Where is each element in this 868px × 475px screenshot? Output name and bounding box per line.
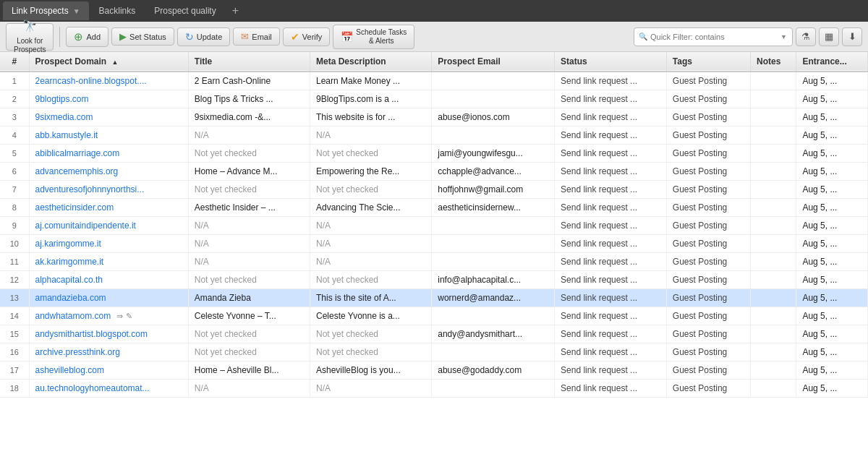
cell-num: 3 — [0, 108, 29, 127]
table-row[interactable]: 6 advancememphis.org Home – Advance M...… — [0, 163, 868, 181]
domain-link[interactable]: 2earncash-online.blogspot.... — [35, 76, 147, 86]
table-row[interactable]: 5 abiblicalmarriage.com Not yet checked … — [0, 145, 868, 163]
col-header-status[interactable]: Status — [555, 52, 667, 72]
col-header-email[interactable]: Prospect Email — [432, 52, 555, 72]
table-row[interactable]: 2 9blogtips.com Blog Tips & Tricks ... 9… — [0, 90, 868, 108]
domain-link[interactable]: andwhatamom.com — [35, 311, 111, 321]
table-row[interactable]: 15 andysmithartist.blogspot.com Not yet … — [0, 325, 868, 343]
tab-prospect-quality[interactable]: Prospect quality — [145, 1, 224, 20]
cell-email — [432, 380, 555, 398]
plus-circle-icon: ⊕ — [74, 30, 83, 43]
table-row[interactable]: 7 adventuresofjohnnynorthsi... Not yet c… — [0, 181, 868, 199]
cell-email — [432, 253, 555, 271]
table-row[interactable]: 17 ashevilleblog.com Home – Asheville Bl… — [0, 361, 868, 380]
cell-notes — [751, 343, 796, 361]
cell-num: 18 — [0, 380, 29, 398]
cell-tags: Guest Posting — [666, 145, 750, 163]
set-status-button[interactable]: ▶ Set Status — [111, 27, 174, 46]
domain-link[interactable]: adventuresofjohnnynorthsi... — [35, 184, 145, 194]
cell-email — [432, 72, 555, 90]
table-row[interactable]: 3 9sixmedia.com 9sixmedia.com -&... This… — [0, 108, 868, 127]
funnel-icon: ⚗ — [801, 31, 810, 42]
cell-notes — [751, 253, 796, 271]
domain-link[interactable]: andysmithartist.blogspot.com — [35, 329, 148, 339]
domain-link[interactable]: advancememphis.org — [35, 166, 119, 176]
domain-link[interactable]: aj.comunitaindipendente.it — [35, 221, 136, 231]
domain-link[interactable]: alphacapital.co.th — [35, 275, 103, 285]
cell-domain: au.technologyhomeautomat... — [29, 380, 188, 398]
add-button[interactable]: ⊕ Add — [66, 27, 109, 47]
table-row[interactable]: 1 2earncash-online.blogspot.... 2 Earn C… — [0, 72, 868, 90]
table-row[interactable]: 8 aestheticinsider.com Aesthetic Insider… — [0, 199, 868, 217]
look-for-prospects-button[interactable]: 🔭 Look forProspects — [6, 23, 54, 51]
row-actions: ⇒ ✎ — [116, 312, 132, 321]
cell-status: Send link request ... — [555, 271, 667, 289]
col-header-domain[interactable]: Prospect Domain ▲ — [29, 52, 188, 72]
cell-meta: N/A — [310, 217, 431, 235]
table-row[interactable]: 16 archive.pressthink.org Not yet checke… — [0, 343, 868, 361]
table-row[interactable]: 9 aj.comunitaindipendente.it N/A N/A Sen… — [0, 217, 868, 235]
cell-tags: Guest Posting — [666, 253, 750, 271]
col-header-num[interactable]: # — [0, 52, 29, 72]
table-row[interactable]: 4 abb.kamustyle.it N/A N/A Send link req… — [0, 127, 868, 145]
col-header-tags[interactable]: Tags — [666, 52, 750, 72]
update-button[interactable]: ↻ Update — [177, 27, 230, 46]
cell-tags: Guest Posting — [666, 343, 750, 361]
domain-link[interactable]: amandazieba.com — [35, 293, 106, 303]
view-toggle-button[interactable]: ▦ — [819, 27, 839, 46]
cell-domain: aj.karimgomme.it — [29, 235, 188, 253]
cell-status: Send link request ... — [555, 163, 667, 181]
domain-link[interactable]: ak.karimgomme.it — [35, 257, 104, 267]
cell-status: Send link request ... — [555, 127, 667, 145]
verify-button[interactable]: ✔ Verify — [283, 27, 331, 46]
table-row[interactable]: 10 aj.karimgomme.it N/A N/A Send link re… — [0, 235, 868, 253]
domain-link[interactable]: au.technologyhomeautomat... — [35, 383, 150, 393]
export-button[interactable]: ⬇ — [842, 27, 862, 46]
cell-status: Send link request ... — [555, 145, 667, 163]
cell-num: 8 — [0, 199, 29, 217]
domain-link[interactable]: 9sixmedia.com — [35, 112, 93, 122]
forward-icon[interactable]: ⇒ — [116, 312, 123, 321]
cell-domain: 9blogtips.com — [29, 90, 188, 108]
table-row[interactable]: 14 andwhatamom.com ⇒ ✎ Celeste Yvonne – … — [0, 307, 868, 325]
cell-domain: archive.pressthink.org — [29, 343, 188, 361]
cell-entrance: Aug 5, ... — [796, 325, 868, 343]
col-header-entrance[interactable]: Entrance... — [796, 52, 868, 72]
look-for-prospects-label: Look forProspects — [14, 37, 46, 54]
domain-link[interactable]: 9blogtips.com — [35, 94, 89, 104]
tab-link-prospects[interactable]: Link Prospects ▼ — [3, 1, 89, 20]
domain-link[interactable]: aj.karimgomme.it — [35, 239, 101, 249]
domain-link[interactable]: archive.pressthink.org — [35, 347, 120, 357]
cell-title: 9sixmedia.com -&... — [188, 108, 310, 127]
domain-link[interactable]: abb.kamustyle.it — [35, 130, 98, 140]
quick-filter-input[interactable] — [650, 33, 780, 41]
schedule-button[interactable]: 📅 Schedule Tasks& Alerts — [333, 25, 414, 49]
cell-title: Aesthetic Insider – ... — [188, 199, 310, 217]
domain-link[interactable]: aestheticinsider.com — [35, 202, 114, 213]
col-domain-label: Prospect Domain — [35, 56, 107, 67]
cell-status: Send link request ... — [555, 361, 667, 380]
table-row[interactable]: 12 alphacapital.co.th Not yet checked No… — [0, 271, 868, 289]
col-header-title[interactable]: Title — [188, 52, 310, 72]
col-header-notes[interactable]: Notes — [751, 52, 796, 72]
cell-status: Send link request ... — [555, 289, 667, 307]
filter-options-button[interactable]: ⚗ — [796, 27, 816, 46]
table-row[interactable]: 18 au.technologyhomeautomat... N/A N/A S… — [0, 380, 868, 398]
table-row[interactable]: 13 amandazieba.com Amanda Zieba This is … — [0, 289, 868, 307]
domain-link[interactable]: abiblicalmarriage.com — [35, 148, 120, 158]
cell-title: N/A — [188, 217, 310, 235]
cell-num: 11 — [0, 253, 29, 271]
search-icon: 🔍 — [639, 33, 647, 40]
col-header-meta[interactable]: Meta Description — [310, 52, 431, 72]
email-button[interactable]: ✉ Email — [233, 27, 280, 46]
domain-link[interactable]: ashevilleblog.com — [35, 365, 104, 375]
cell-tags: Guest Posting — [666, 217, 750, 235]
add-tab-button[interactable]: + — [226, 4, 244, 17]
cell-meta: Advancing The Scie... — [310, 199, 431, 217]
tab-backlinks[interactable]: Backlinks — [90, 1, 145, 20]
table-row[interactable]: 11 ak.karimgomme.it N/A N/A Send link re… — [0, 253, 868, 271]
filter-dropdown-arrow[interactable]: ▼ — [780, 33, 787, 40]
cell-num: 13 — [0, 289, 29, 307]
toolbar-divider-1 — [59, 27, 60, 47]
edit-icon[interactable]: ✎ — [126, 312, 132, 321]
